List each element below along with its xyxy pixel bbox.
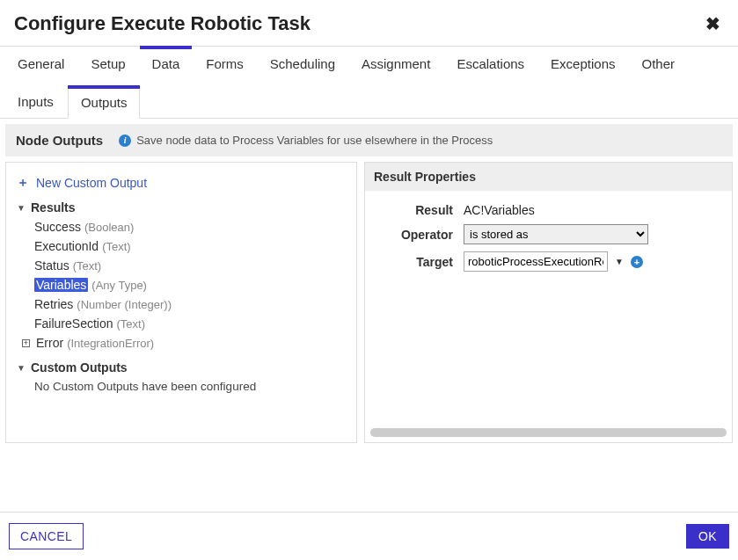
- tree-custom-empty: No Custom Outputs have been configured: [17, 377, 349, 396]
- tab-inputs[interactable]: Inputs: [5, 85, 66, 119]
- operator-label: Operator: [376, 228, 453, 242]
- section-header: Node Outputs i Save node data to Process…: [5, 124, 733, 156]
- new-custom-output-button[interactable]: ＋ New Custom Output: [13, 171, 349, 198]
- section-title: Node Outputs: [16, 133, 103, 148]
- tab-setup[interactable]: Setup: [78, 47, 137, 80]
- tab-assignment[interactable]: Assignment: [349, 47, 442, 80]
- tabs-primary: General Setup Data Forms Scheduling Assi…: [0, 46, 738, 80]
- prop-row-target: Target ▼ +: [376, 248, 721, 275]
- panels: ＋ New Custom Output ▼ Results Success (B…: [5, 162, 733, 443]
- outputs-tree: ▼ Results Success (Boolean) ExecutionId …: [13, 198, 349, 396]
- caret-down-icon: ▼: [17, 203, 27, 213]
- prop-row-result: Result AC!Variables: [376, 200, 721, 221]
- outputs-tree-panel: ＋ New Custom Output ▼ Results Success (B…: [5, 162, 357, 443]
- result-properties-panel: Result Properties Result AC!Variables Op…: [364, 162, 733, 443]
- tree-item-executionid[interactable]: ExecutionId (Text): [17, 236, 349, 256]
- ok-button[interactable]: OK: [686, 524, 729, 549]
- plus-icon: ＋: [17, 175, 29, 191]
- add-target-icon[interactable]: +: [631, 256, 643, 268]
- cancel-button[interactable]: CANCEL: [9, 523, 84, 549]
- tree-item-failuresection[interactable]: FailureSection (Text): [17, 314, 349, 333]
- tab-data[interactable]: Data: [140, 47, 193, 80]
- result-value: AC!Variables: [464, 203, 721, 217]
- caret-down-icon: ▼: [17, 363, 27, 373]
- tab-forms[interactable]: Forms: [194, 47, 256, 80]
- result-properties-heading: Result Properties: [365, 163, 732, 191]
- close-icon[interactable]: ✖: [702, 13, 724, 34]
- operator-select[interactable]: is stored as: [464, 224, 648, 244]
- chevron-down-icon[interactable]: ▼: [613, 257, 625, 266]
- tabs-secondary: Inputs Outputs: [0, 85, 738, 119]
- prop-row-operator: Operator is stored as: [376, 221, 721, 248]
- target-input[interactable]: [464, 251, 608, 272]
- result-label: Result: [376, 203, 453, 217]
- dialog-header: Configure Execute Robotic Task ✖: [0, 0, 738, 46]
- section-info-text: Save node data to Process Variables for …: [136, 134, 493, 147]
- section-info: i Save node data to Process Variables fo…: [119, 134, 493, 147]
- tab-outputs[interactable]: Outputs: [68, 85, 141, 119]
- horizontal-scrollbar[interactable]: [370, 428, 727, 437]
- tab-general[interactable]: General: [5, 47, 77, 80]
- content-wrapper: Node Outputs i Save node data to Process…: [0, 118, 738, 454]
- new-custom-output-label: New Custom Output: [36, 176, 147, 190]
- tab-exceptions[interactable]: Exceptions: [538, 47, 627, 80]
- tab-escalations[interactable]: Escalations: [444, 47, 537, 80]
- tree-custom-heading[interactable]: ▼ Custom Outputs: [17, 358, 349, 377]
- target-label: Target: [376, 255, 453, 269]
- expand-icon[interactable]: +: [22, 339, 30, 347]
- dialog-footer: CANCEL OK: [0, 512, 738, 560]
- tab-scheduling[interactable]: Scheduling: [258, 47, 347, 80]
- info-icon: i: [119, 135, 131, 147]
- tab-other[interactable]: Other: [629, 47, 687, 80]
- tree-item-status[interactable]: Status (Text): [17, 256, 349, 275]
- dialog-title: Configure Execute Robotic Task: [14, 12, 311, 35]
- tree-item-variables[interactable]: Variables (Any Type): [17, 275, 349, 295]
- tree-item-success[interactable]: Success (Boolean): [17, 217, 349, 236]
- tree-results-heading[interactable]: ▼ Results: [17, 198, 349, 217]
- tree-item-error[interactable]: + Error (IntegrationError): [17, 333, 349, 353]
- tree-item-retries[interactable]: Retries (Number (Integer)): [17, 295, 349, 314]
